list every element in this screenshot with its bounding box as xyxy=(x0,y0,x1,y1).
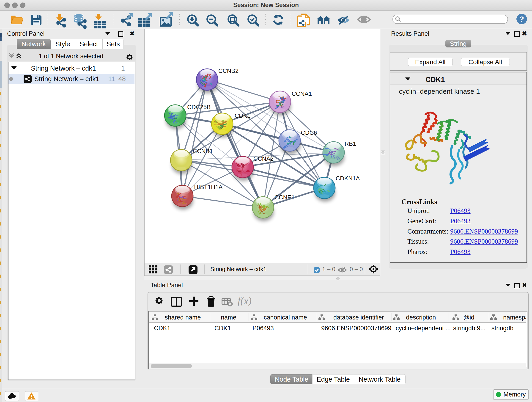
svg-text:f(x): f(x) xyxy=(238,295,252,306)
svg-text:CDC25B: CDC25B xyxy=(187,104,211,110)
svg-text:CCNE1: CCNE1 xyxy=(274,194,295,201)
svg-text:CDKN1A: CDKN1A xyxy=(336,175,360,182)
svg-text:CCNB1: CCNB1 xyxy=(193,148,213,154)
svg-text:CDK1: CDK1 xyxy=(234,112,250,119)
svg-text:RB1: RB1 xyxy=(345,140,356,147)
svg-text:1 – 0: 1 – 0 xyxy=(322,266,336,273)
svg-text:CCNA1: CCNA1 xyxy=(292,90,312,97)
svg-text:HIST1H1A: HIST1H1A xyxy=(194,184,223,191)
svg-text:String Network – cdk1: String Network – cdk1 xyxy=(210,266,266,272)
svg-text:CCNA2: CCNA2 xyxy=(253,155,273,162)
svg-text:CDC6: CDC6 xyxy=(301,129,317,136)
svg-text:0 – 0: 0 – 0 xyxy=(350,266,363,273)
svg-text:CCNB2: CCNB2 xyxy=(218,67,239,74)
